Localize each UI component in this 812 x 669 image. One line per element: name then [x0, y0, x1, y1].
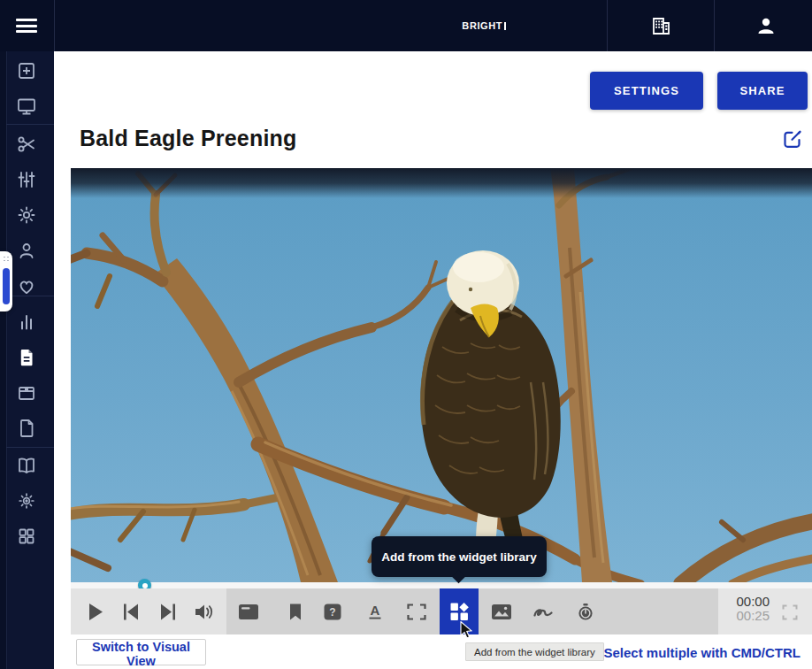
apps-grid-icon[interactable] [16, 526, 37, 547]
seek-track[interactable] [71, 582, 812, 588]
app-window: BRIGHT [0, 0, 812, 669]
help-button[interactable]: ? [323, 604, 342, 620]
switch-visual-view-button[interactable]: Switch to Visual View [76, 639, 206, 665]
widget-tooltip: Add from the widget library [372, 536, 547, 577]
share-button[interactable]: SHARE [717, 72, 808, 110]
adjust-sliders-icon[interactable] [16, 169, 37, 190]
brand-logo: BRIGHT [431, 0, 537, 51]
widget-library-icon [450, 603, 469, 621]
brightness-sun-icon[interactable] [16, 490, 37, 511]
sidebar-nav [0, 51, 54, 669]
sidebar-edge [0, 51, 6, 669]
eagle-scene-illustration [71, 168, 812, 582]
favorites-heart-icon[interactable] [16, 276, 37, 297]
card-overlay-button[interactable] [239, 604, 258, 620]
sidebar-divider [6, 51, 7, 669]
user-account-icon[interactable] [755, 15, 777, 36]
multi-select-hint: Select multiple with CMD/CTRL [603, 645, 801, 660]
video-frame[interactable] [71, 168, 812, 582]
logo-clipped-letter [504, 22, 506, 30]
sidebar-section-divider [6, 124, 54, 125]
timer-button[interactable] [576, 604, 595, 620]
library-book-icon[interactable] [16, 455, 37, 476]
volume-button[interactable] [195, 604, 214, 620]
sidebar-section-divider [6, 447, 54, 448]
page-title: Bald Eagle Preening [80, 126, 297, 151]
widget-library-button-active[interactable] [440, 588, 479, 634]
draw-scribble-button[interactable] [533, 604, 553, 620]
top-bar: BRIGHT [0, 0, 812, 51]
archive-box-icon[interactable] [16, 382, 37, 404]
blank-page-icon[interactable] [16, 418, 37, 439]
analytics-bars-icon[interactable] [16, 311, 37, 333]
topbar-divider [714, 0, 715, 51]
bookmark-button[interactable] [286, 604, 305, 620]
user-person-icon[interactable] [16, 240, 37, 261]
documents-file-icon-active[interactable] [16, 347, 37, 368]
previous-frame-button[interactable] [121, 604, 141, 620]
hamburger-menu-icon[interactable] [16, 19, 37, 33]
fullscreen-button[interactable] [782, 604, 798, 620]
total-duration: 00:25 [718, 609, 770, 623]
settings-gear-icon[interactable] [16, 204, 37, 226]
drawer-handle-pill [3, 268, 10, 304]
settings-button[interactable]: SETTINGS [590, 72, 703, 110]
display-monitor-icon[interactable] [16, 96, 37, 117]
add-square-icon[interactable] [16, 60, 37, 81]
text-overlay-button[interactable]: A [365, 604, 385, 620]
organization-building-icon[interactable] [650, 15, 671, 36]
next-frame-button[interactable] [158, 604, 178, 620]
drag-dots-icon [3, 256, 10, 265]
cursor-tooltip: Add from the widget library [465, 642, 604, 661]
image-overlay-button[interactable] [492, 604, 511, 620]
current-time: 00:00 [718, 595, 770, 609]
side-drawer-handle[interactable] [0, 251, 12, 311]
topbar-divider [607, 0, 608, 51]
play-button[interactable] [87, 604, 106, 620]
time-display: 00:00 00:25 [718, 595, 770, 623]
trim-scissors-icon[interactable] [16, 134, 37, 155]
svg-text:A: A [371, 604, 380, 618]
expand-button[interactable] [407, 604, 426, 620]
svg-text:?: ? [329, 606, 335, 619]
topbar-divider [54, 0, 55, 51]
edit-title-icon[interactable] [782, 128, 803, 150]
